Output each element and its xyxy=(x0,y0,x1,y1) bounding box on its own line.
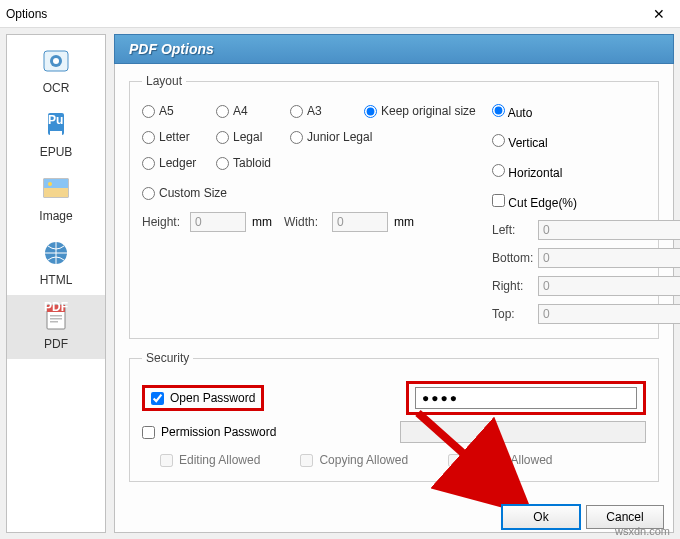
top-label: Top: xyxy=(492,307,538,321)
radio-horizontal[interactable]: Horizontal xyxy=(492,164,562,180)
top-input[interactable] xyxy=(538,304,680,324)
radio-a4[interactable]: A4 xyxy=(216,104,276,118)
titlebar: Options ✕ xyxy=(0,0,680,28)
sidebar-item-label: EPUB xyxy=(7,145,105,159)
svg-text:PDF: PDF xyxy=(44,301,68,314)
security-legend: Security xyxy=(142,351,193,365)
radio-custom-size[interactable]: Custom Size xyxy=(142,186,227,200)
svg-point-2 xyxy=(53,58,59,64)
checkbox-open-password[interactable]: Open Password xyxy=(151,391,255,405)
unit-mm: mm xyxy=(394,215,414,229)
radio-ledger[interactable]: Ledger xyxy=(142,156,202,170)
sidebar-item-ocr[interactable]: OCR xyxy=(7,39,105,103)
svg-point-9 xyxy=(48,182,52,186)
sidebar-item-html[interactable]: HTML xyxy=(7,231,105,295)
radio-a3[interactable]: A3 xyxy=(290,104,350,118)
sidebar-item-image[interactable]: Image xyxy=(7,167,105,231)
checkbox-printing-allowed[interactable]: Printing Allowed xyxy=(448,453,552,467)
radio-letter[interactable]: Letter xyxy=(142,130,202,144)
ok-button[interactable]: Ok xyxy=(502,505,580,529)
left-label: Left: xyxy=(492,223,538,237)
radio-tabloid[interactable]: Tabloid xyxy=(216,156,276,170)
svg-rect-4 xyxy=(50,131,62,135)
unit-mm: mm xyxy=(252,215,272,229)
image-icon xyxy=(40,173,72,205)
panel-header: PDF Options xyxy=(114,34,674,64)
layout-legend: Layout xyxy=(142,74,186,88)
ocr-icon xyxy=(40,45,72,77)
epub-icon: ePub xyxy=(40,109,72,141)
checkbox-copying-allowed[interactable]: Copying Allowed xyxy=(300,453,408,467)
radio-a5[interactable]: A5 xyxy=(142,104,202,118)
svg-rect-15 xyxy=(50,318,62,320)
height-label: Height: xyxy=(142,215,184,229)
radio-auto[interactable]: Auto xyxy=(492,104,532,120)
radio-junior-legal[interactable]: Junior Legal xyxy=(290,130,380,144)
panel-content: Layout A5 A4 A3 Keep original size Lette… xyxy=(114,64,674,533)
checkbox-editing-allowed[interactable]: Editing Allowed xyxy=(160,453,260,467)
bottom-label: Bottom: xyxy=(492,251,538,265)
radio-legal[interactable]: Legal xyxy=(216,130,276,144)
pdf-icon: PDF xyxy=(40,301,72,333)
close-icon[interactable]: ✕ xyxy=(644,0,674,28)
layout-fieldset: Layout A5 A4 A3 Keep original size Lette… xyxy=(129,74,659,339)
sidebar-item-label: HTML xyxy=(7,273,105,287)
window-title: Options xyxy=(6,0,47,28)
right-label: Right: xyxy=(492,279,538,293)
svg-rect-7 xyxy=(44,179,68,188)
sidebar: OCR ePub EPUB Image HTML PDF PDF xyxy=(6,34,106,533)
checkbox-permission-password[interactable]: Permission Password xyxy=(142,425,342,439)
open-password-input[interactable] xyxy=(415,387,637,409)
sidebar-item-epub[interactable]: ePub EPUB xyxy=(7,103,105,167)
svg-rect-8 xyxy=(44,188,68,197)
svg-text:ePub: ePub xyxy=(41,113,70,127)
right-input[interactable] xyxy=(538,276,680,296)
svg-rect-16 xyxy=(50,321,58,323)
html-icon xyxy=(40,237,72,269)
width-input[interactable] xyxy=(332,212,388,232)
watermark-text: wsxdn.com xyxy=(615,525,670,537)
open-password-highlight: Open Password xyxy=(142,385,264,411)
radio-keep-original[interactable]: Keep original size xyxy=(364,104,476,118)
left-input[interactable] xyxy=(538,220,680,240)
sidebar-item-label: OCR xyxy=(7,81,105,95)
sidebar-item-pdf[interactable]: PDF PDF xyxy=(7,295,105,359)
sidebar-item-label: Image xyxy=(7,209,105,223)
bottom-input[interactable] xyxy=(538,248,680,268)
width-label: Width: xyxy=(284,215,326,229)
permission-password-input[interactable] xyxy=(400,421,646,443)
radio-vertical[interactable]: Vertical xyxy=(492,134,548,150)
checkbox-cutedge[interactable]: Cut Edge(%) xyxy=(492,194,577,210)
sidebar-item-label: PDF xyxy=(7,337,105,351)
svg-rect-14 xyxy=(50,315,62,317)
open-password-field-highlight xyxy=(406,381,646,415)
window-body: OCR ePub EPUB Image HTML PDF PDF xyxy=(0,28,680,539)
security-fieldset: Security Open Password Permission Passwo… xyxy=(129,351,659,482)
height-input[interactable] xyxy=(190,212,246,232)
main-panel: PDF Options Layout A5 A4 A3 Keep origina… xyxy=(106,28,680,539)
